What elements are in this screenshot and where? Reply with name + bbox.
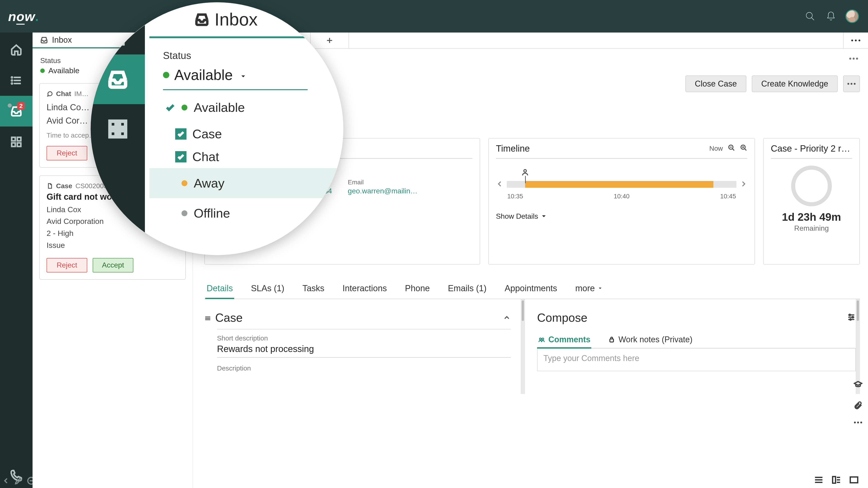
svg-rect-58: [120, 131, 126, 137]
mag-status-label: Status: [163, 50, 330, 61]
checkbox-checked-icon: [175, 151, 186, 162]
chat-bubble-icon: [46, 91, 53, 97]
mag-rail-apps[interactable]: [91, 104, 145, 154]
compose-title: Compose: [537, 311, 587, 324]
svg-rect-11: [18, 143, 21, 147]
zoom-in-icon[interactable]: [740, 144, 747, 153]
timeline-ticks: 10:35 10:40 10:45: [496, 193, 747, 200]
subtab-appointments[interactable]: Appointments: [503, 278, 559, 299]
compose-input[interactable]: Type your Comments here: [537, 349, 856, 371]
sla-title: Case - Priority 2 re…: [771, 143, 852, 154]
card-accept-button[interactable]: Accept: [93, 258, 133, 272]
svg-rect-8: [12, 137, 16, 141]
card-reject-button[interactable]: Reject: [46, 258, 87, 272]
svg-rect-43: [610, 339, 614, 342]
timeline-panel: Timeline Now: [488, 138, 755, 265]
inbox-count-badge: 2: [17, 102, 25, 110]
magnifier-overlay: Inbox Status Available Available Case: [90, 2, 344, 255]
svg-rect-47: [833, 477, 836, 483]
subtab-details[interactable]: Details: [205, 278, 234, 299]
svg-rect-56: [120, 121, 126, 127]
form-section: Case Short description Rewards not proce…: [204, 299, 521, 394]
create-knowledge-button[interactable]: Create Knowledge: [752, 75, 838, 92]
zoom-out-icon[interactable]: [728, 144, 735, 153]
tab-new[interactable]: [311, 33, 349, 48]
drag-handle-icon[interactable]: [204, 311, 211, 324]
sla-progress-ring: [791, 166, 832, 206]
subtab-more[interactable]: more: [574, 278, 604, 299]
svg-point-6: [11, 80, 13, 81]
svg-line-25: [733, 149, 734, 151]
rail-apps[interactable]: [0, 127, 33, 157]
timeline-prev-icon[interactable]: [496, 180, 504, 189]
user-avatar[interactable]: [845, 9, 859, 23]
mag-option-available[interactable]: Available: [163, 92, 326, 123]
sla-panel: Case - Priority 2 re… 1d 23h 49m Remaini…: [763, 138, 860, 265]
mag-option-away[interactable]: Away: [149, 168, 339, 198]
compose-tab-worknotes[interactable]: Work notes (Private): [607, 331, 693, 348]
record-actions-more[interactable]: [843, 75, 860, 92]
svg-rect-55: [110, 121, 116, 127]
svg-point-7: [11, 83, 13, 84]
sla-remaining-label: Remaining: [771, 224, 852, 232]
document-icon: [46, 183, 53, 189]
subtab-emails[interactable]: Emails (1): [446, 278, 488, 299]
rail-home[interactable]: [0, 34, 33, 65]
mag-option-channel-case[interactable]: Case: [163, 123, 326, 145]
rail-list[interactable]: [0, 65, 33, 96]
svg-point-0: [806, 12, 812, 19]
mag-status-dropdown[interactable]: Available: [163, 67, 308, 90]
academic-cap-icon[interactable]: [854, 380, 863, 390]
mag-option-channel-chat[interactable]: Chat: [163, 145, 326, 168]
svg-rect-9: [18, 137, 21, 141]
chevron-up-icon[interactable]: [503, 311, 511, 324]
right-rail-more-icon[interactable]: [854, 422, 862, 423]
svg-line-28: [745, 149, 746, 151]
timeline-title: Timeline: [496, 143, 530, 154]
rail-inbox[interactable]: 2: [0, 96, 33, 127]
subtab-phone[interactable]: Phone: [404, 278, 431, 299]
email-value[interactable]: geo.warren@mailin…: [348, 187, 417, 195]
svg-point-5: [11, 77, 13, 78]
svg-line-1: [811, 18, 814, 20]
short-description-value[interactable]: Rewards not processing: [217, 344, 511, 358]
timeline-next-icon[interactable]: [740, 180, 747, 189]
record-sub-tabs: Details SLAs (1) Tasks Interactions Phon…: [204, 278, 860, 299]
subtab-tasks[interactable]: Tasks: [301, 278, 326, 299]
timeline-now-label: Now: [709, 144, 723, 152]
svg-point-31: [524, 169, 526, 172]
search-icon[interactable]: [802, 8, 818, 24]
timeline-marker-icon: [521, 168, 529, 177]
compose-settings-icon[interactable]: [847, 311, 856, 324]
card-reject-button[interactable]: Reject: [46, 146, 87, 160]
subtab-slas[interactable]: SLAs (1): [250, 278, 286, 299]
global-header: now.: [0, 0, 868, 33]
record-toolbar-more[interactable]: [847, 54, 860, 63]
layout-view-switch: [814, 475, 859, 486]
card-kind: Case: [56, 182, 72, 190]
right-action-rail: [848, 374, 868, 423]
tab-overflow[interactable]: [843, 33, 868, 48]
mag-status-current: Available: [174, 67, 233, 84]
view-split-icon[interactable]: [831, 475, 841, 486]
sla-time: 1d 23h 49m: [771, 211, 852, 223]
svg-rect-10: [12, 143, 16, 147]
timeline-track[interactable]: [507, 181, 737, 188]
view-list-icon[interactable]: [814, 475, 824, 486]
svg-point-42: [542, 338, 544, 340]
edit-pencil-icon[interactable]: [14, 476, 23, 486]
svg-point-41: [539, 338, 541, 340]
card-id: IM…: [74, 90, 89, 98]
nav-back-icon[interactable]: [1, 476, 10, 486]
mag-status-options: Available Case Chat Away: [163, 92, 326, 228]
subtab-interactions[interactable]: Interactions: [341, 278, 388, 299]
close-case-button[interactable]: Close Case: [685, 75, 746, 92]
attachment-icon[interactable]: [854, 401, 863, 411]
notifications-icon[interactable]: [823, 8, 839, 24]
form-scrollbar[interactable]: [521, 299, 525, 394]
left-nav-rail: 2: [0, 33, 33, 488]
compose-tab-comments[interactable]: Comments: [537, 331, 591, 348]
short-description-label: Short description: [217, 334, 511, 342]
view-full-icon[interactable]: [849, 475, 859, 486]
timeline-show-details[interactable]: Show Details: [496, 212, 747, 221]
